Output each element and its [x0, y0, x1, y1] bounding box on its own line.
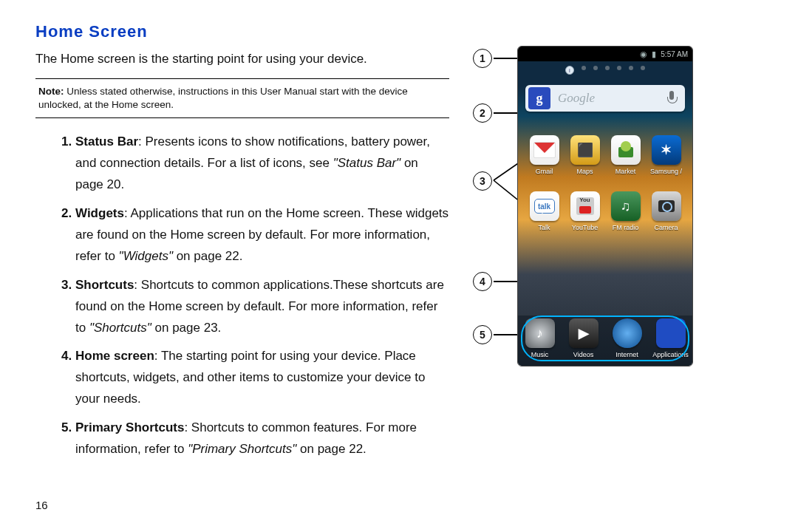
crossref: "Widgets": [119, 249, 173, 263]
item-body-b: on page 22.: [296, 442, 366, 456]
callout-1: 1: [473, 49, 492, 68]
videos-icon: ▶: [569, 318, 598, 348]
pager-dot: [641, 66, 645, 70]
google-search-widget[interactable]: g Google: [525, 85, 685, 112]
app-label: Talk: [538, 224, 550, 231]
manual-page: Home Screen The Home screen is the start…: [0, 0, 798, 532]
callout-4: 4: [473, 272, 492, 291]
crossref: "Status Bar": [333, 156, 400, 170]
app-label: YouTube: [572, 224, 598, 231]
search-placeholder: Google: [558, 91, 666, 106]
app-label: Camera: [654, 224, 678, 231]
intro-paragraph: The Home screen is the starting point fo…: [35, 52, 449, 66]
samsung-icon: ✶: [652, 135, 681, 165]
leader-line: [494, 281, 520, 282]
app-talk[interactable]: talkTalk: [524, 191, 565, 231]
callout-2: 2: [473, 103, 492, 123]
crossref: "Shortcuts": [89, 321, 151, 335]
google-logo-icon: g: [528, 87, 550, 109]
page-indicator: i: [518, 66, 692, 75]
list-item: Primary Shortcuts: Shortcuts to common f…: [75, 417, 449, 460]
primary-shortcuts-dock: ♪Music ▶Videos Internet Applications: [518, 315, 692, 366]
pager-dot: [582, 66, 586, 70]
page-number: 16: [35, 499, 48, 511]
app-fmradio[interactable]: ♫FM radio: [605, 191, 646, 231]
pager-dot-active: i: [565, 66, 574, 75]
numbered-list: Status Bar: Presents icons to show notif…: [35, 132, 449, 460]
maps-icon: ⬛: [570, 135, 600, 165]
dock-label: Applications: [652, 351, 689, 358]
applications-icon: [656, 318, 686, 348]
app-label: Gmail: [536, 168, 553, 175]
item-body-b: on page 23.: [151, 321, 222, 335]
term: Status Bar: [75, 134, 138, 149]
status-bar: ◉ ▮ 5:57 AM: [518, 47, 692, 61]
fmradio-icon: ♫: [611, 191, 641, 221]
camera-icon: [652, 191, 681, 221]
app-label: Market: [615, 168, 636, 175]
youtube-icon: [570, 191, 600, 221]
app-shortcut-grid: Gmail ⬛Maps Market ✶Samsung / talkTalk Y…: [518, 135, 692, 231]
music-icon: ♪: [525, 318, 555, 348]
list-item: Status Bar: Presents icons to show notif…: [75, 132, 449, 196]
term: Primary Shortcuts: [75, 420, 184, 434]
dock-label: Videos: [573, 351, 593, 358]
list-item: Widgets: Applications that run on the Ho…: [75, 203, 449, 267]
callout-3: 3: [473, 171, 492, 191]
app-youtube[interactable]: YouTube: [565, 191, 605, 231]
status-time: 5:57 AM: [661, 50, 688, 58]
dock-label: Music: [531, 351, 549, 358]
section-title: Home Screen: [35, 22, 449, 41]
list-item: Shortcuts: Shortcuts to common applicati…: [75, 275, 449, 339]
talk-icon: talk: [530, 191, 559, 221]
internet-icon: [613, 318, 642, 348]
pager-dot: [629, 66, 633, 70]
dock-videos[interactable]: ▶Videos: [562, 318, 605, 358]
dock-internet[interactable]: Internet: [605, 318, 649, 358]
dock-music[interactable]: ♪Music: [518, 318, 562, 358]
note-prefix: Note:: [38, 86, 64, 97]
app-samsung[interactable]: ✶Samsung /: [646, 135, 686, 175]
app-camera[interactable]: Camera: [646, 191, 686, 231]
item-body-b: on page 22.: [173, 249, 243, 263]
gmail-icon: [530, 135, 559, 165]
term: Shortcuts: [75, 278, 134, 292]
note-body: Unless stated otherwise, instructions in…: [38, 86, 408, 110]
microphone-icon[interactable]: [666, 91, 678, 106]
term: Widgets: [75, 206, 124, 220]
pager-dot: [605, 66, 610, 70]
pager-dot: [593, 66, 598, 70]
app-market[interactable]: Market: [605, 135, 646, 175]
app-label: FM radio: [613, 224, 639, 231]
battery-icon: ▮: [652, 50, 656, 59]
wifi-icon: ◉: [640, 50, 647, 59]
dock-label: Internet: [615, 351, 638, 358]
dock-applications[interactable]: Applications: [649, 318, 692, 358]
callout-5: 5: [473, 325, 492, 344]
content-column: Home Screen The Home screen is the start…: [35, 22, 449, 468]
pager-dot: [617, 66, 621, 70]
app-label: Maps: [576, 168, 593, 175]
list-item: Home screen: The starting point for usin…: [75, 346, 449, 410]
note-box: Note: Unless stated otherwise, instructi…: [35, 78, 449, 118]
app-maps[interactable]: ⬛Maps: [565, 135, 605, 175]
term: Home screen: [75, 349, 154, 363]
app-gmail[interactable]: Gmail: [524, 135, 565, 175]
phone-illustration: ◉ ▮ 5:57 AM i g Google Gmail ⬛Maps Marke…: [517, 46, 693, 366]
crossref: "Primary Shortcuts": [188, 442, 296, 456]
app-label: Samsung /: [650, 168, 682, 175]
market-icon: [611, 135, 641, 165]
